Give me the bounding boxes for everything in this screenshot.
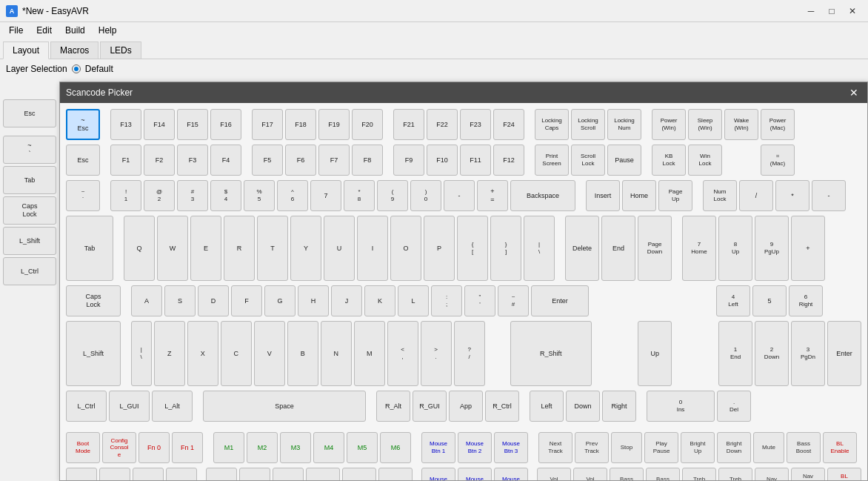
key-m1[interactable]: M1 [213,432,244,463]
key-mouse-btn1[interactable]: MouseBtn 1 [421,432,455,463]
key-num3[interactable]: 3PgDn [791,321,825,386]
key-f15[interactable]: F15 [177,109,208,140]
key-equal[interactable]: += [477,180,508,211]
key-f4[interactable]: F4 [210,145,241,176]
key-locking-scroll[interactable]: LockingScroll [571,109,605,140]
key-7[interactable]: 7 [310,180,341,211]
key-fn0[interactable]: Fn 0 [138,432,170,463]
key-numpad-slash[interactable]: / [739,180,773,211]
key-esc-r2[interactable]: Esc [66,145,100,176]
key-pause[interactable]: Pause [607,145,641,176]
key-next-track[interactable]: NextTrack [538,432,572,463]
key-numpad-minus[interactable]: - [812,180,846,211]
dialog-close-button[interactable]: ✕ [847,85,861,100]
key-f8[interactable]: F8 [352,145,383,176]
key-app[interactable]: App [449,391,483,422]
key-v[interactable]: V [254,321,285,386]
tab-macros[interactable]: Macros [50,42,99,59]
key-u[interactable]: U [324,216,355,281]
key-3[interactable]: #3 [177,180,208,211]
menu-build[interactable]: Build [59,24,91,37]
key-q[interactable]: Q [124,216,155,281]
key-numpad-plus[interactable]: + [791,216,825,281]
key-t[interactable]: T [257,216,288,281]
key-rbracket[interactable]: }] [490,216,521,281]
key-num4[interactable]: 4Left [716,285,750,316]
key-f14[interactable]: F14 [144,109,175,140]
key-comma[interactable]: <, [387,321,418,386]
key-num9[interactable]: 9PgUp [755,216,789,281]
key-home[interactable]: Home [622,180,656,211]
key-wake-win[interactable]: Wake(Win) [724,109,758,140]
key-f9[interactable]: F9 [393,145,424,176]
key-left[interactable]: Left [530,391,564,422]
key-insert[interactable]: Insert [586,180,620,211]
key-num6[interactable]: 6Right [789,285,823,316]
key-num2[interactable]: 2Down [755,321,789,386]
key-x[interactable]: X [187,321,218,386]
key-6[interactable]: ^6 [277,180,308,211]
key-tab[interactable]: Tab [66,216,113,281]
key-treb-up[interactable]: TrebUp [682,468,716,480]
key-f12[interactable]: F12 [493,145,524,176]
key-sleep-win[interactable]: Sleep(Win) [688,109,722,140]
key-vol-down[interactable]: VolDown [573,468,607,480]
key-eq-mac[interactable]: =(Mac) [761,145,795,176]
key-vol-up[interactable]: VolUp [537,468,571,480]
key-f5[interactable]: F5 [252,145,283,176]
key-w[interactable]: W [157,216,188,281]
key-f7[interactable]: F7 [318,145,350,176]
key-fn5[interactable]: Fn 5 [166,468,197,480]
key-f10[interactable]: F10 [427,145,458,176]
key-esc-left[interactable]: Esc [3,99,56,127]
key-j[interactable]: J [331,285,362,316]
key-mouse-btn3[interactable]: MouseBtn 3 [494,432,528,463]
key-fn2[interactable]: Fn 2 [66,468,97,480]
tab-leds[interactable]: LEDs [100,42,141,59]
key-right[interactable]: Right [602,391,636,422]
key-r[interactable]: R [224,216,255,281]
key-space[interactable]: Space [203,391,366,422]
key-pipe[interactable]: |\ [131,321,152,386]
key-f13[interactable]: F13 [110,109,141,140]
key-config-console[interactable]: ConfigConsole [102,432,136,463]
key-y[interactable]: Y [290,216,321,281]
key-s[interactable]: S [164,285,196,316]
key-8[interactable]: *8 [344,180,375,211]
key-tilde-left[interactable]: ~` [3,136,56,164]
key-5[interactable]: %5 [244,180,275,211]
key-capslock-left[interactable]: CapsLock [3,196,56,225]
key-m12[interactable]: M12 [378,468,413,480]
menu-help[interactable]: Help [93,24,123,37]
key-num8[interactable]: 8Up [718,216,752,281]
key-lbracket[interactable]: {[ [457,216,488,281]
key-m2[interactable]: M2 [247,432,278,463]
key-bright-up[interactable]: BrightUp [681,432,715,463]
key-down[interactable]: Down [566,391,600,422]
menu-file[interactable]: File [3,24,29,37]
key-num5[interactable]: 5 [752,285,787,316]
key-p[interactable]: P [424,216,455,281]
key-b[interactable]: B [287,321,318,386]
key-locking-num[interactable]: LockingNum [607,109,641,140]
key-treb-down[interactable]: TrebDown [718,468,752,480]
key-up[interactable]: Up [638,321,672,386]
key-mute[interactable]: Mute [753,432,784,463]
key-kb-lock[interactable]: KBLock [652,145,686,176]
key-fn4[interactable]: Fn 4 [133,468,164,480]
key-bass-boost[interactable]: BassBoost [787,432,821,463]
key-m8[interactable]: M8 [239,468,270,480]
maximize-button[interactable]: □ [822,4,841,19]
key-power-win[interactable]: Power(Win) [652,109,686,140]
key-fn1[interactable]: Fn 1 [172,432,203,463]
key-print-screen[interactable]: PrintScreen [535,145,569,176]
key-f21[interactable]: F21 [393,109,424,140]
key-page-up[interactable]: PageUp [658,180,692,211]
key-num1[interactable]: 1End [718,321,752,386]
key-quote[interactable]: "' [464,285,495,316]
key-esc[interactable]: ~Esc [66,109,100,140]
key-m[interactable]: M [354,321,385,386]
key-4[interactable]: $4 [210,180,241,211]
key-f11[interactable]: F11 [460,145,491,176]
key-z[interactable]: Z [154,321,185,386]
